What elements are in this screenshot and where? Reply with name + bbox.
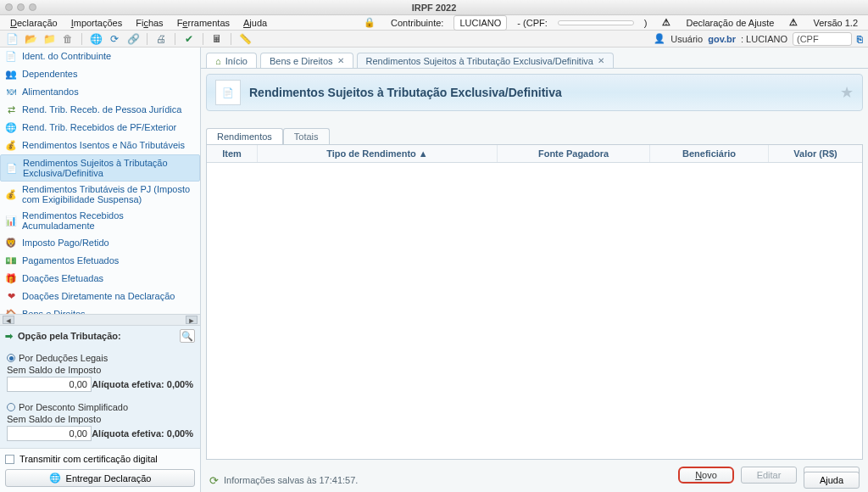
globe-icon[interactable]: 🌐 bbox=[89, 32, 103, 46]
nav-pagamentos[interactable]: 💵Pagamentos Efetuados bbox=[0, 252, 200, 270]
valor-1: 0,00 bbox=[7, 377, 92, 392]
table-body bbox=[207, 163, 862, 459]
ruler-icon[interactable]: 📏 bbox=[238, 32, 252, 46]
menu-declaracao[interactable]: Declaração bbox=[5, 16, 63, 30]
sem-saldo-1: Sem Saldo de Imposto bbox=[7, 365, 193, 375]
nav-rend-exclusiva[interactable]: 📄Rendimentos Sujeitos à Tributação Exclu… bbox=[0, 154, 200, 182]
close-icon[interactable]: ✕ bbox=[337, 56, 344, 65]
contribuinte-value: LUCIANO bbox=[453, 15, 507, 31]
aliq-1: Alíquota efetiva: 0,00% bbox=[92, 379, 193, 389]
usuario-domain: gov.br bbox=[708, 34, 736, 44]
cpf-label: - (CPF: bbox=[512, 16, 552, 30]
print-icon[interactable]: 🖨 bbox=[154, 32, 168, 46]
nav-rend-pj[interactable]: ⇄Rend. Trib. Receb. de Pessoa Jurídica bbox=[0, 101, 200, 119]
entregar-button[interactable]: 🌐 Entregar Declaração bbox=[5, 469, 195, 487]
star-icon[interactable]: ★ bbox=[840, 83, 854, 102]
nav-rend-pf-exterior[interactable]: 🌐Rend. Trib. Recebidos de PF/Exterior bbox=[0, 119, 200, 137]
radio-icon bbox=[7, 354, 15, 362]
home-icon: ⌂ bbox=[215, 56, 221, 66]
content-tabs: ⌂Início Bens e Direitos✕ Rendimentos Suj… bbox=[201, 48, 868, 68]
contribuinte-label: Contribuinte: bbox=[386, 16, 448, 30]
transmit-label: Transmitir com certificação digital bbox=[19, 454, 158, 464]
tab-bens[interactable]: Bens e Direitos✕ bbox=[260, 53, 353, 68]
status-info: Informações salvas às 17:41:57. bbox=[224, 475, 358, 485]
sidebar: 📄Ident. do Contribuinte 👥Dependentes 🍽Al… bbox=[0, 48, 201, 492]
nav-scroll-left[interactable]: ◄ bbox=[3, 316, 14, 324]
th-benef[interactable]: Beneficiário bbox=[650, 145, 769, 162]
trash-icon[interactable]: 🗑 bbox=[61, 32, 75, 46]
content-area: ⌂Início Bens e Direitos✕ Rendimentos Suj… bbox=[201, 48, 868, 492]
subtab-rendimentos[interactable]: Rendimentos bbox=[206, 128, 283, 144]
open-folder2-icon[interactable]: 📁 bbox=[42, 32, 56, 46]
transmit-checkbox[interactable] bbox=[5, 455, 14, 464]
app-title: IRPF 2022 bbox=[0, 3, 868, 13]
open-folder-icon[interactable]: 📂 bbox=[24, 32, 37, 46]
cpf-close: ) bbox=[639, 16, 653, 30]
menu-ajuda[interactable]: Ajuda bbox=[238, 16, 272, 30]
toolbar: 📄 📂 📁 🗑 🌐 ⟳ 🔗 🖨 ✔ 🖩 📏 👤 Usuário gov.br :… bbox=[0, 31, 868, 48]
new-doc-icon[interactable]: 📄 bbox=[5, 32, 19, 46]
nav-scroll: ◄ ► bbox=[0, 314, 200, 325]
page-icon: 📄 bbox=[215, 80, 241, 105]
usuario-name: : LUCIANO bbox=[741, 34, 787, 44]
ajuda-button[interactable]: Ajuda bbox=[804, 472, 860, 489]
valor-2: 0,00 bbox=[7, 426, 92, 441]
nav-alimentandos[interactable]: 🍽Alimentandos bbox=[0, 83, 200, 101]
check-icon[interactable]: ✔ bbox=[182, 32, 196, 46]
nav-ident-contribuinte[interactable]: 📄Ident. do Contribuinte bbox=[0, 48, 200, 65]
cpf-value bbox=[558, 20, 634, 25]
radio-deducoes[interactable]: Por Deduções Legais bbox=[7, 353, 193, 363]
radio-icon bbox=[7, 403, 15, 411]
nav-rend-acumulada[interactable]: 📊Rendimentos Recebidos Acumuladamente bbox=[0, 208, 200, 234]
opcao-zoom-button[interactable]: 🔍 bbox=[180, 329, 195, 343]
page-title: Rendimentos Sujeitos à Tributação Exclus… bbox=[249, 86, 562, 99]
nav-imposto-pago[interactable]: 🦁Imposto Pago/Retido bbox=[0, 234, 200, 252]
radio-simplificado[interactable]: Por Desconto Simplificado bbox=[7, 402, 193, 412]
versao-warn-icon: ⚠ bbox=[784, 15, 803, 30]
tab-rend-exclusiva[interactable]: Rendimentos Sujeitos à Tributação Exclus… bbox=[357, 53, 614, 68]
menu-ferramentas[interactable]: Ferramentas bbox=[172, 16, 235, 30]
nav-rend-pj-suspensa[interactable]: 💰Rendimentos Tributáveis de PJ (Imposto … bbox=[0, 182, 200, 208]
nav-scroll-right[interactable]: ► bbox=[186, 316, 198, 324]
versao-label: Versão 1.2 bbox=[808, 16, 863, 30]
lock-icon: 🔒 bbox=[359, 15, 381, 30]
opcao-label: Opção pela Tributação: bbox=[18, 331, 121, 341]
nav-dependentes[interactable]: 👥Dependentes bbox=[0, 65, 200, 83]
th-item[interactable]: Item bbox=[207, 145, 258, 162]
globe-send-icon: 🌐 bbox=[49, 472, 61, 484]
user-icon: 👤 bbox=[654, 33, 665, 44]
subtab-totais[interactable]: Totais bbox=[283, 128, 330, 144]
sem-saldo-2: Sem Saldo de Imposto bbox=[7, 414, 193, 424]
nav-bens-direitos[interactable]: 🏠Bens e Direitos bbox=[0, 305, 200, 314]
menu-fichas[interactable]: Fichas bbox=[131, 16, 168, 30]
refresh-icon[interactable]: ⟳ bbox=[108, 32, 121, 46]
arrow-right-icon: ➡ bbox=[5, 331, 13, 342]
ajuste-label: Declaração de Ajuste bbox=[681, 16, 779, 30]
th-fonte[interactable]: Fonte Pagadora bbox=[498, 145, 650, 162]
exit-icon[interactable]: ⎘ bbox=[857, 34, 863, 44]
sort-asc-icon: ▲ bbox=[419, 148, 428, 159]
page-title-bar: 📄 Rendimentos Sujeitos à Tributação Excl… bbox=[206, 74, 863, 111]
aliq-2: Alíquota efetiva: 0,00% bbox=[92, 428, 193, 439]
usuario-cpf-box: (CPF bbox=[793, 32, 852, 46]
nav-list: 📄Ident. do Contribuinte 👥Dependentes 🍽Al… bbox=[0, 48, 200, 314]
calc-icon[interactable]: 🖩 bbox=[210, 32, 224, 46]
menu-bar: Declaração Importações Fichas Ferramenta… bbox=[0, 15, 868, 31]
tab-inicio[interactable]: ⌂Início bbox=[206, 53, 257, 68]
nav-rend-isentos[interactable]: 💰Rendimentos Isentos e Não Tributáveis bbox=[0, 137, 200, 154]
th-tipo[interactable]: Tipo de Rendimento ▲ bbox=[258, 145, 498, 162]
ajuste-warn-icon: ⚠ bbox=[657, 15, 676, 30]
close-icon[interactable]: ✕ bbox=[598, 56, 604, 65]
usuario-label: Usuário bbox=[670, 34, 703, 44]
menu-importacoes[interactable]: Importações bbox=[66, 16, 128, 30]
refresh-status-icon: ⟳ bbox=[209, 474, 219, 487]
nav-doacoes[interactable]: 🎁Doações Efetuadas bbox=[0, 270, 200, 288]
th-valor[interactable]: Valor (R$) bbox=[769, 145, 862, 162]
table: Item Tipo de Rendimento ▲ Fonte Pagadora… bbox=[206, 144, 863, 460]
link-icon[interactable]: 🔗 bbox=[126, 32, 140, 46]
table-header: Item Tipo de Rendimento ▲ Fonte Pagadora… bbox=[207, 145, 862, 163]
nav-doacoes-diretas[interactable]: ❤Doações Diretamente na Declaração bbox=[0, 288, 200, 305]
